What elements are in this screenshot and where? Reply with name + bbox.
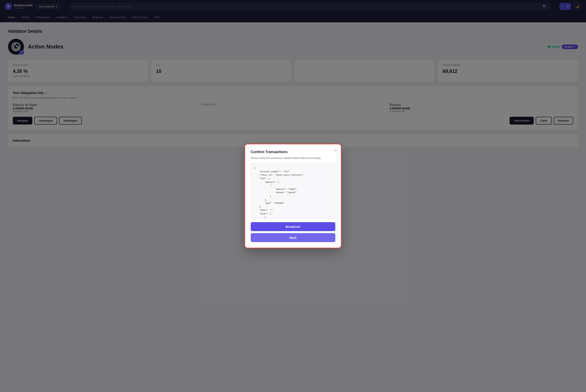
confirm-transaction-modal: × Confirm Transactions Please verify the… [245, 144, 341, 248]
modal-close-button[interactable]: × [334, 148, 337, 152]
broadcast-button[interactable]: Broadcast [251, 222, 335, 231]
modal-json-content: { "account_number": "437", "chain_id": "… [251, 163, 335, 219]
modal-overlay: × Confirm Transactions Please verify the… [0, 0, 586, 392]
modal-subtitle: Please verify the transaction details be… [251, 156, 335, 160]
back-button[interactable]: Back [251, 233, 335, 242]
modal-title: Confirm Transactions [251, 150, 335, 154]
